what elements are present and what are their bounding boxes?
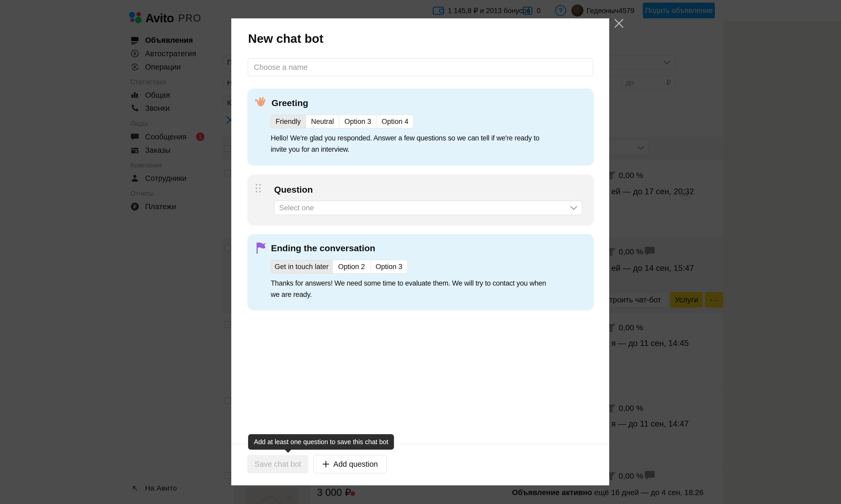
- ending-title: Ending the conversation: [271, 243, 375, 253]
- ending-option-3[interactable]: Option 3: [371, 260, 407, 273]
- question-select-placeholder: Select one: [279, 204, 314, 212]
- ending-option-2[interactable]: Option 2: [333, 260, 371, 273]
- close-icon[interactable]: [613, 17, 625, 30]
- modal-title: New chat bot: [248, 32, 323, 46]
- waving-hand-icon: [254, 96, 267, 109]
- chatbot-name-input[interactable]: Choose a name: [248, 58, 593, 76]
- purple-flag-icon: [255, 241, 267, 254]
- add-question-button[interactable]: Add question: [313, 455, 387, 473]
- greeting-option-3[interactable]: Option 3: [339, 115, 377, 128]
- greeting-message: Hello! We're glad you responded. Answer …: [271, 132, 539, 155]
- greeting-card: Greeting Friendly Neutral Option 3 Optio…: [247, 88, 594, 166]
- plus-icon: [322, 461, 329, 468]
- save-tooltip: Add at least one question to save this c…: [248, 434, 394, 450]
- ending-tone-segmented: Get in touch later Option 2 Option 3: [271, 260, 408, 273]
- avito-pro-screen: 1 145,8 ₽ и 2013 бонусов 0 ? Гедеоныч457…: [0, 0, 841, 504]
- question-select[interactable]: Select one: [274, 201, 582, 215]
- greeting-option-friendly[interactable]: Friendly: [271, 115, 306, 128]
- ending-option-get-in-touch[interactable]: Get in touch later: [271, 260, 333, 273]
- greeting-tone-segmented: Friendly Neutral Option 3 Option 4: [271, 115, 414, 128]
- ending-message: Thanks for answers! We need some time to…: [271, 278, 546, 300]
- question-card: Question Select one: [247, 175, 594, 226]
- greeting-title: Greeting: [272, 98, 308, 108]
- greeting-option-neutral[interactable]: Neutral: [306, 115, 339, 128]
- drag-handle-icon[interactable]: [256, 184, 261, 197]
- chevron-down-icon: [570, 206, 577, 210]
- new-chatbot-modal: New chat bot Choose a name Greeting Frie…: [231, 18, 609, 485]
- greeting-option-4[interactable]: Option 4: [377, 115, 413, 128]
- save-chatbot-button[interactable]: Save chat bot: [247, 455, 308, 473]
- ending-card: Ending the conversation Get in touch lat…: [247, 234, 594, 310]
- question-title: Question: [274, 184, 313, 195]
